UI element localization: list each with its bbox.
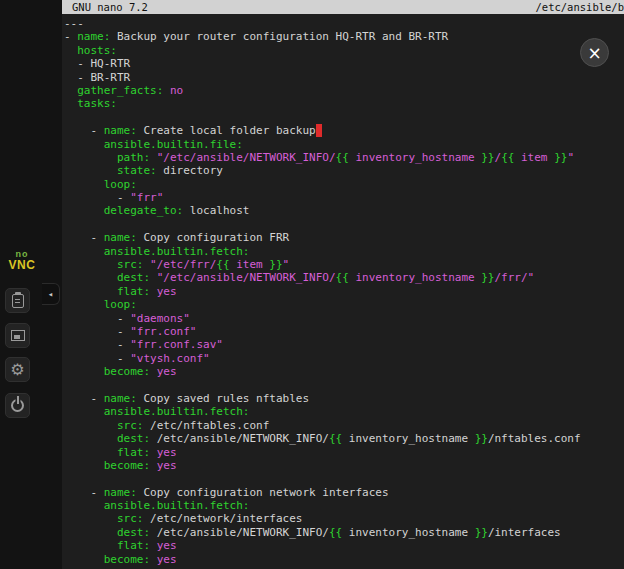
code-segment: -: [64, 231, 104, 244]
novnc-logo-bottom: VNC: [3, 259, 41, 272]
code-line: loop:: [64, 178, 624, 191]
open-file-path: /etc/ansible/b: [535, 0, 624, 14]
code-segment: [64, 151, 117, 164]
code-line: tasks:: [64, 97, 624, 110]
power-button[interactable]: [5, 393, 30, 418]
code-segment: [64, 285, 117, 298]
code-segment: {{: [501, 151, 514, 164]
code-segment: "daemons": [130, 312, 190, 325]
clipboard-icon: [12, 294, 24, 308]
code-segment: [64, 44, 77, 57]
code-segment: [64, 526, 117, 539]
code-line: ansible.builtin.file:: [64, 138, 624, 151]
code-segment: - BR-RTR: [64, 71, 130, 84]
code-segment: -: [64, 338, 130, 351]
code-segment: yes: [150, 553, 177, 566]
code-line: src: /etc/nftables.conf: [64, 419, 624, 432]
close-icon: ×: [587, 43, 601, 63]
code-segment: tasks:: [77, 97, 117, 110]
code-area[interactable]: ---- name: Backup your router configurat…: [62, 14, 624, 566]
close-button[interactable]: ×: [580, 38, 609, 67]
code-segment: /etc/ansible/NETWORK_INFO/: [150, 526, 329, 539]
code-segment: [64, 258, 117, 271]
code-line: - HQ-RTR: [64, 57, 624, 70]
clipboard-button[interactable]: [5, 288, 30, 313]
sidebar-collapse-handle[interactable]: ◂: [42, 283, 60, 305]
code-segment: name:: [77, 30, 110, 43]
code-segment: "vtysh.conf": [130, 352, 209, 365]
code-line: [64, 472, 624, 485]
code-line: loop:: [64, 298, 624, 311]
code-line: hosts:: [64, 44, 624, 57]
code-line: - BR-RTR: [64, 71, 624, 84]
code-segment: [64, 419, 117, 432]
code-segment: no: [163, 84, 183, 97]
code-line: ansible.builtin.fetch:: [64, 245, 624, 258]
code-segment: ": [283, 258, 290, 271]
code-segment: localhost: [183, 204, 249, 217]
code-segment: [64, 432, 117, 445]
code-segment: {{: [329, 526, 342, 539]
code-line: flat: yes: [64, 446, 624, 459]
code-line: ansible.builtin.fetch:: [64, 405, 624, 418]
code-segment: /etc/nftables.conf: [143, 419, 269, 432]
code-segment: /etc/network/interfaces: [143, 512, 302, 525]
code-segment: -: [64, 392, 104, 405]
code-segment: item: [230, 258, 270, 271]
code-line: become: yes: [64, 459, 624, 472]
code-segment: }}: [481, 151, 494, 164]
nano-titlebar: GNU nano 7.2 /etc/ansible/b: [62, 0, 624, 14]
code-segment: [64, 405, 104, 418]
code-segment: yes: [150, 446, 177, 459]
code-segment: delegate_to:: [104, 204, 183, 217]
code-line: src: "/etc/frr/{{ item }}": [64, 258, 624, 271]
code-segment: hosts:: [77, 44, 117, 57]
code-segment: "frr.conf.sav": [130, 338, 223, 351]
code-line: flat: yes: [64, 539, 624, 552]
code-segment: directory: [157, 164, 223, 177]
code-segment: [64, 164, 117, 177]
power-icon: [11, 399, 24, 412]
code-line: - "frr": [64, 191, 624, 204]
code-segment: -: [64, 124, 104, 137]
code-segment: gather_facts:: [77, 84, 163, 97]
code-segment: [64, 553, 104, 566]
code-segment: [64, 204, 104, 217]
code-segment: -: [64, 325, 130, 338]
code-segment: item: [514, 151, 554, 164]
code-segment: [64, 499, 104, 512]
code-line: [64, 218, 624, 231]
code-segment: inventory_hostname: [349, 151, 481, 164]
code-segment: [64, 178, 104, 191]
text-cursor: [316, 124, 323, 137]
code-segment: {{: [336, 271, 349, 284]
code-segment: [64, 84, 77, 97]
code-segment: }}: [475, 432, 488, 445]
code-segment: inventory_hostname: [342, 432, 474, 445]
code-line: become: yes: [64, 553, 624, 566]
code-segment: state:: [117, 164, 157, 177]
code-segment: ": [567, 151, 574, 164]
code-segment: {{: [329, 432, 342, 445]
code-segment: - HQ-RTR: [64, 57, 130, 70]
settings-button[interactable]: ⚙: [5, 357, 30, 382]
code-segment: Copy saved rules nftables: [137, 392, 309, 405]
novnc-logo: no VNC: [3, 250, 41, 272]
code-segment: [64, 512, 117, 525]
code-segment: [64, 539, 117, 552]
code-segment: -: [64, 312, 130, 325]
code-segment: flat:: [117, 539, 150, 552]
code-segment: ansible.builtin.fetch:: [104, 405, 250, 418]
code-segment: /nftables.conf: [488, 432, 581, 445]
code-line: [64, 111, 624, 124]
fullscreen-button[interactable]: [5, 323, 30, 348]
screen: no VNC ◂ ⚙ GNU nano 7.2 /etc/ansible/b -…: [0, 0, 624, 569]
code-segment: name:: [104, 486, 137, 499]
code-segment: yes: [150, 365, 177, 378]
code-segment: [64, 298, 104, 311]
code-segment: [64, 459, 104, 472]
code-segment: }}: [269, 258, 282, 271]
code-segment: inventory_hostname: [342, 526, 474, 539]
code-segment: src:: [117, 419, 144, 432]
code-segment: loop:: [104, 178, 137, 191]
